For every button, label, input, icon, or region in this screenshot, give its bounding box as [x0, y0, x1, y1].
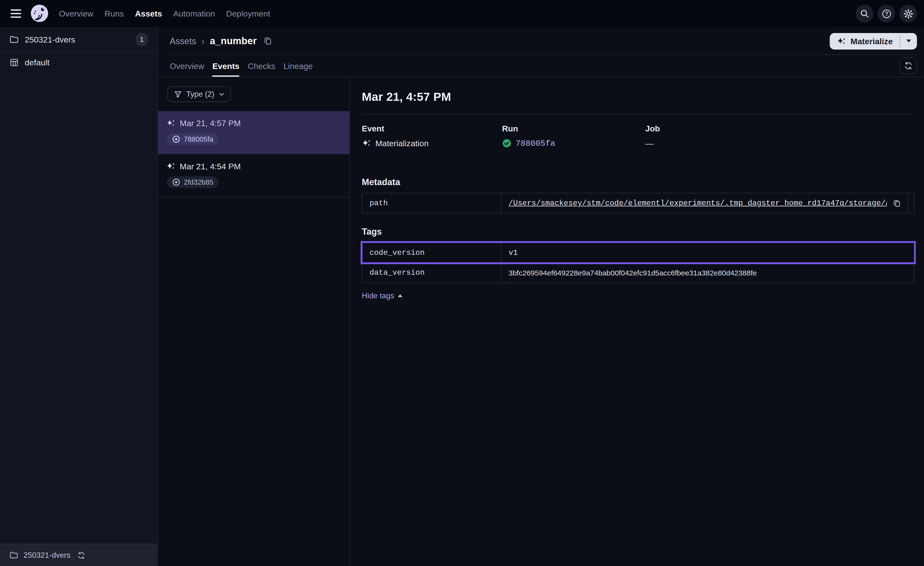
asset-detail-page: Assets › a_number: [158, 27, 924, 566]
run-success-check-icon: [502, 138, 512, 148]
breadcrumb: Assets › a_number: [170, 35, 272, 47]
job-column-label: Job: [645, 124, 915, 133]
svg-text:?: ?: [885, 11, 888, 17]
event-detail-panel: Mar 21, 4:57 PM Event: [350, 77, 924, 566]
tab-lineage[interactable]: Lineage: [284, 55, 313, 77]
asset-name: a_number: [210, 35, 256, 47]
tab-events[interactable]: Events: [212, 55, 239, 77]
tag-row-code-version: code_version v1: [363, 243, 914, 262]
sparkle-icon: [837, 36, 846, 46]
tab-checks[interactable]: Checks: [248, 55, 275, 77]
asset-group-grid-icon: [9, 58, 19, 67]
asset-groups-sidebar: 250321-dvers 1 default: [0, 27, 158, 566]
copy-asset-name-icon[interactable]: [263, 36, 272, 45]
tag-key: data_version: [363, 263, 502, 283]
sidebar-group-name: 250321-dvers: [25, 35, 75, 44]
nav-actions: ?: [855, 5, 917, 23]
help-icon[interactable]: ?: [878, 5, 895, 23]
filter-funnel-icon: [174, 90, 182, 98]
menu-icon[interactable]: [7, 5, 25, 23]
copy-path-icon[interactable]: [892, 199, 901, 207]
tag-key: code_version: [363, 243, 502, 262]
tag-row-data-version: data_version 3bfc269594ef649228e9a74bab0…: [363, 262, 914, 283]
nav-item-assets[interactable]: Assets: [135, 9, 162, 18]
folder-icon: [9, 551, 18, 560]
materialize-label: Materialize: [850, 36, 893, 46]
app-root: Overview Runs Assets Automation Deployme…: [0, 0, 924, 566]
sidebar-item-default[interactable]: default: [0, 52, 158, 73]
caret-down-icon: [906, 39, 911, 42]
tag-value: 3bfc269594ef649228e9a74bab00f042efc91d5a…: [508, 269, 757, 277]
sidebar-item-group[interactable]: 250321-dvers 1: [0, 27, 158, 52]
event-detail-title: Mar 21, 4:57 PM: [362, 90, 915, 104]
nav-item-overview[interactable]: Overview: [59, 9, 93, 18]
event-type: Materialization: [375, 138, 429, 148]
code-location-footer: 250321-dvers: [0, 543, 158, 566]
event-list-item[interactable]: Mar 21, 4:54 PM 2fd32b85: [158, 154, 350, 198]
run-id: 788005fa: [184, 135, 213, 143]
sidebar-group-name: default: [25, 58, 50, 67]
run-column-label: Run: [502, 124, 645, 133]
metadata-path-link[interactable]: /Users/smackesey/stm/code/elementl/exper…: [508, 199, 887, 208]
main-nav: Overview Runs Assets Automation Deployme…: [59, 9, 270, 18]
nav-item-runs[interactable]: Runs: [105, 9, 124, 18]
tab-overview[interactable]: Overview: [170, 55, 204, 77]
run-id-link[interactable]: 788005fa: [516, 138, 555, 148]
top-nav: Overview Runs Assets Automation Deployme…: [0, 0, 924, 27]
dagster-logo-icon[interactable]: [28, 3, 50, 24]
hide-tags-link[interactable]: Hide tags: [362, 291, 402, 300]
event-timestamp: Mar 21, 4:57 PM: [180, 119, 241, 128]
run-id-pill[interactable]: 2fd32b85: [167, 176, 219, 188]
materialize-split-button: Materialize: [830, 33, 917, 49]
materialize-button[interactable]: Materialize: [830, 33, 900, 49]
materialization-sparkle-icon: [362, 138, 371, 148]
run-circled-dot-icon: [172, 135, 180, 143]
chevron-down-icon: [219, 91, 224, 97]
event-info-grid: Event Materialization: [362, 124, 915, 148]
refresh-icon[interactable]: [899, 57, 917, 74]
metadata-key: path: [363, 193, 502, 213]
job-value: —: [645, 138, 654, 148]
code-location-label: 250321-dvers: [24, 551, 70, 560]
run-id: 2fd32b85: [184, 178, 213, 186]
hide-tags-label: Hide tags: [362, 291, 394, 300]
tags-table: code_version v1 data_version 3bfc269594e…: [362, 242, 915, 283]
metadata-row: path /Users/smackesey/stm/code/elementl/…: [363, 193, 914, 213]
event-column-label: Event: [362, 124, 502, 133]
run-circled-dot-icon: [172, 178, 180, 186]
triangle-up-icon: [398, 294, 402, 297]
page-header: Assets › a_number: [158, 27, 924, 55]
tag-value: v1: [508, 248, 518, 257]
breadcrumb-assets-link[interactable]: Assets: [170, 36, 196, 46]
materialization-sparkle-icon: [166, 119, 176, 128]
metadata-heading: Metadata: [362, 177, 915, 187]
materialization-sparkle-icon: [166, 161, 176, 171]
reload-location-icon[interactable]: [77, 551, 85, 559]
events-list-panel: Type (2): [158, 77, 350, 566]
type-filter-label: Type (2): [186, 90, 214, 98]
folder-icon: [9, 35, 19, 44]
asset-tabs: Overview Events Checks Lineage: [158, 55, 924, 77]
event-list-item[interactable]: Mar 21, 4:57 PM 788005fa: [158, 111, 350, 154]
event-timestamp: Mar 21, 4:54 PM: [180, 161, 241, 171]
type-filter-button[interactable]: Type (2): [167, 86, 231, 102]
breadcrumb-separator: ›: [201, 36, 204, 46]
materialize-dropdown-caret[interactable]: [900, 33, 917, 49]
tags-heading: Tags: [362, 226, 915, 236]
run-id-pill[interactable]: 788005fa: [167, 133, 219, 145]
nav-item-automation[interactable]: Automation: [173, 9, 215, 18]
settings-gear-icon[interactable]: [899, 5, 917, 23]
search-icon[interactable]: [855, 5, 873, 23]
nav-item-deployment[interactable]: Deployment: [226, 9, 270, 18]
asset-count-badge: 1: [136, 33, 148, 46]
metadata-table: path /Users/smackesey/stm/code/elementl/…: [362, 193, 915, 214]
